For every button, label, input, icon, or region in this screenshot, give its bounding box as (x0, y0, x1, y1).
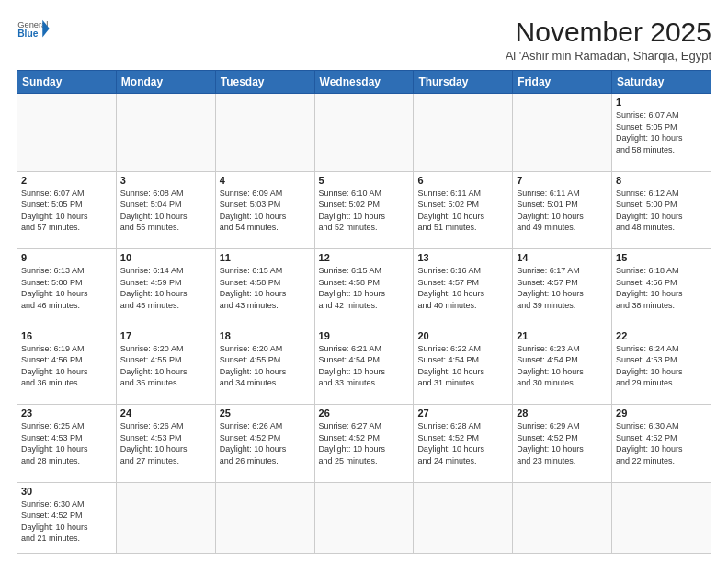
day-number: 12 (319, 252, 410, 263)
day-number: 9 (21, 252, 112, 263)
day-number: 14 (517, 252, 608, 263)
calendar-day-cell: 28Sunrise: 6:29 AM Sunset: 4:52 PM Dayli… (513, 405, 612, 483)
calendar-day-cell: 27Sunrise: 6:28 AM Sunset: 4:52 PM Dayli… (414, 405, 513, 483)
weekday-header-wednesday: Wednesday (314, 71, 414, 94)
month-title: November 2025 (506, 17, 711, 47)
calendar-day-cell (414, 482, 513, 553)
calendar-day-cell: 15Sunrise: 6:18 AM Sunset: 4:56 PM Dayli… (612, 249, 711, 327)
day-number: 4 (220, 175, 311, 186)
calendar-day-cell: 10Sunrise: 6:14 AM Sunset: 4:59 PM Dayli… (116, 249, 215, 327)
calendar-day-cell: 8Sunrise: 6:12 AM Sunset: 5:00 PM Daylig… (612, 171, 711, 249)
day-info: Sunrise: 6:22 AM Sunset: 4:54 PM Dayligh… (417, 343, 508, 389)
day-info: Sunrise: 6:07 AM Sunset: 5:05 PM Dayligh… (21, 188, 112, 234)
calendar-day-cell (17, 94, 117, 172)
day-info: Sunrise: 6:19 AM Sunset: 4:56 PM Dayligh… (21, 343, 112, 389)
day-number: 21 (517, 330, 608, 341)
day-info: Sunrise: 6:21 AM Sunset: 4:54 PM Dayligh… (319, 343, 410, 389)
day-number: 15 (616, 252, 707, 263)
day-number: 26 (319, 408, 410, 419)
day-info: Sunrise: 6:17 AM Sunset: 4:57 PM Dayligh… (517, 265, 608, 311)
day-number: 17 (120, 330, 211, 341)
day-info: Sunrise: 6:14 AM Sunset: 4:59 PM Dayligh… (120, 265, 211, 311)
calendar-day-cell (116, 482, 215, 553)
calendar-day-cell: 5Sunrise: 6:10 AM Sunset: 5:02 PM Daylig… (314, 171, 414, 249)
calendar-day-cell: 25Sunrise: 6:26 AM Sunset: 4:52 PM Dayli… (215, 405, 314, 483)
calendar-day-cell: 1Sunrise: 6:07 AM Sunset: 5:05 PM Daylig… (612, 94, 711, 172)
calendar-table: SundayMondayTuesdayWednesdayThursdayFrid… (17, 70, 711, 554)
day-number: 16 (21, 330, 112, 341)
day-info: Sunrise: 6:20 AM Sunset: 4:55 PM Dayligh… (220, 343, 311, 389)
calendar-day-cell: 14Sunrise: 6:17 AM Sunset: 4:57 PM Dayli… (513, 249, 612, 327)
day-number: 10 (120, 252, 211, 263)
calendar-day-cell: 30Sunrise: 6:30 AM Sunset: 4:52 PM Dayli… (17, 482, 117, 553)
day-number: 29 (616, 408, 707, 419)
day-info: Sunrise: 6:20 AM Sunset: 4:55 PM Dayligh… (120, 343, 211, 389)
day-info: Sunrise: 6:10 AM Sunset: 5:02 PM Dayligh… (319, 188, 410, 234)
day-info: Sunrise: 6:16 AM Sunset: 4:57 PM Dayligh… (417, 265, 508, 311)
calendar-day-cell: 9Sunrise: 6:13 AM Sunset: 5:00 PM Daylig… (17, 249, 117, 327)
day-number: 2 (21, 175, 112, 186)
calendar-day-cell (314, 482, 414, 553)
day-info: Sunrise: 6:24 AM Sunset: 4:53 PM Dayligh… (616, 343, 707, 389)
day-number: 13 (417, 252, 508, 263)
generalblue-logo-icon: General Blue (17, 17, 50, 42)
day-number: 3 (120, 175, 211, 186)
day-number: 23 (21, 408, 112, 419)
day-number: 5 (319, 175, 410, 186)
calendar-day-cell: 7Sunrise: 6:11 AM Sunset: 5:01 PM Daylig… (513, 171, 612, 249)
calendar-day-cell: 19Sunrise: 6:21 AM Sunset: 4:54 PM Dayli… (314, 327, 414, 405)
calendar-day-cell: 23Sunrise: 6:25 AM Sunset: 4:53 PM Dayli… (17, 405, 117, 483)
day-number: 6 (417, 175, 508, 186)
day-info: Sunrise: 6:30 AM Sunset: 4:52 PM Dayligh… (616, 420, 707, 466)
weekday-header-tuesday: Tuesday (215, 71, 314, 94)
location-subtitle: Al 'Ashir min Ramadan, Sharqia, Egypt (506, 49, 711, 63)
day-info: Sunrise: 6:08 AM Sunset: 5:04 PM Dayligh… (120, 188, 211, 234)
calendar-day-cell (116, 94, 215, 172)
weekday-header-thursday: Thursday (414, 71, 513, 94)
day-number: 25 (220, 408, 311, 419)
calendar-day-cell: 26Sunrise: 6:27 AM Sunset: 4:52 PM Dayli… (314, 405, 414, 483)
day-info: Sunrise: 6:13 AM Sunset: 5:00 PM Dayligh… (21, 265, 112, 311)
calendar-day-cell (215, 94, 314, 172)
weekday-header-saturday: Saturday (612, 71, 711, 94)
calendar-day-cell (414, 94, 513, 172)
calendar-day-cell: 24Sunrise: 6:26 AM Sunset: 4:53 PM Dayli… (116, 405, 215, 483)
calendar-day-cell: 4Sunrise: 6:09 AM Sunset: 5:03 PM Daylig… (215, 171, 314, 249)
calendar-day-cell: 18Sunrise: 6:20 AM Sunset: 4:55 PM Dayli… (215, 327, 314, 405)
day-number: 30 (21, 486, 112, 497)
weekday-header-sunday: Sunday (17, 71, 117, 94)
calendar-day-cell (612, 482, 711, 553)
calendar-day-cell: 6Sunrise: 6:11 AM Sunset: 5:02 PM Daylig… (414, 171, 513, 249)
calendar-week-row: 16Sunrise: 6:19 AM Sunset: 4:56 PM Dayli… (17, 327, 711, 405)
title-block: November 2025 Al 'Ashir min Ramadan, Sha… (506, 17, 711, 63)
day-info: Sunrise: 6:18 AM Sunset: 4:56 PM Dayligh… (616, 265, 707, 311)
page: General Blue November 2025 Al 'Ashir min… (0, 0, 728, 563)
day-info: Sunrise: 6:30 AM Sunset: 4:52 PM Dayligh… (21, 499, 112, 545)
day-number: 18 (220, 330, 311, 341)
calendar-day-cell (215, 482, 314, 553)
calendar-day-cell: 20Sunrise: 6:22 AM Sunset: 4:54 PM Dayli… (414, 327, 513, 405)
day-info: Sunrise: 6:29 AM Sunset: 4:52 PM Dayligh… (517, 420, 608, 466)
day-number: 11 (220, 252, 311, 263)
calendar-day-cell: 17Sunrise: 6:20 AM Sunset: 4:55 PM Dayli… (116, 327, 215, 405)
logo: General Blue (17, 17, 50, 42)
calendar-day-cell: 22Sunrise: 6:24 AM Sunset: 4:53 PM Dayli… (612, 327, 711, 405)
calendar-day-cell: 2Sunrise: 6:07 AM Sunset: 5:05 PM Daylig… (17, 171, 117, 249)
day-info: Sunrise: 6:12 AM Sunset: 5:00 PM Dayligh… (616, 188, 707, 234)
day-info: Sunrise: 6:23 AM Sunset: 4:54 PM Dayligh… (517, 343, 608, 389)
svg-text:Blue: Blue (17, 29, 39, 39)
day-number: 20 (417, 330, 508, 341)
calendar-week-row: 1Sunrise: 6:07 AM Sunset: 5:05 PM Daylig… (17, 94, 711, 172)
calendar-day-cell: 21Sunrise: 6:23 AM Sunset: 4:54 PM Dayli… (513, 327, 612, 405)
weekday-header-monday: Monday (116, 71, 215, 94)
day-number: 19 (319, 330, 410, 341)
day-info: Sunrise: 6:11 AM Sunset: 5:02 PM Dayligh… (417, 188, 508, 234)
day-info: Sunrise: 6:26 AM Sunset: 4:52 PM Dayligh… (220, 420, 311, 466)
day-info: Sunrise: 6:27 AM Sunset: 4:52 PM Dayligh… (319, 420, 410, 466)
calendar-day-cell (513, 94, 612, 172)
day-info: Sunrise: 6:25 AM Sunset: 4:53 PM Dayligh… (21, 420, 112, 466)
calendar-day-cell: 12Sunrise: 6:15 AM Sunset: 4:58 PM Dayli… (314, 249, 414, 327)
calendar-week-row: 30Sunrise: 6:30 AM Sunset: 4:52 PM Dayli… (17, 482, 711, 553)
day-number: 7 (517, 175, 608, 186)
calendar-day-cell: 11Sunrise: 6:15 AM Sunset: 4:58 PM Dayli… (215, 249, 314, 327)
